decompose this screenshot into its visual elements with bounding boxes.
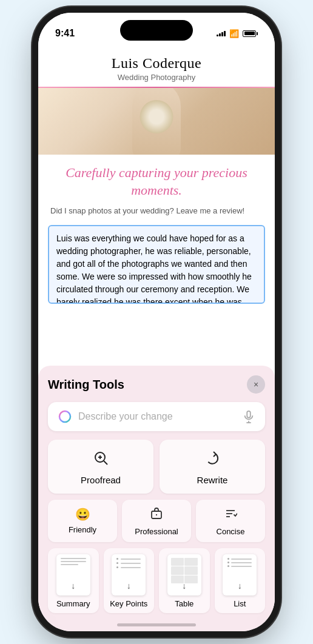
tone-row: 😀 Friendly Professional	[48, 500, 265, 542]
review-prompt: Did I snap photos at your wedding? Leave…	[38, 204, 275, 221]
friendly-button[interactable]: 😀 Friendly	[48, 500, 117, 542]
concise-label: Concise	[217, 527, 245, 536]
hero-image	[38, 88, 275, 155]
writing-tools-panel: Writing Tools × Describe your change	[38, 366, 275, 631]
battery-icon	[243, 30, 258, 37]
list-button[interactable]: ↓ List	[215, 548, 266, 613]
key-points-button[interactable]: ↓ Key Points	[104, 548, 155, 613]
summary-card: ↓	[56, 554, 90, 595]
table-card: ↓	[167, 554, 201, 595]
list-label: List	[234, 599, 246, 608]
key-points-arrow: ↓	[127, 581, 131, 591]
svg-rect-1	[247, 411, 251, 418]
professional-label: Professional	[135, 527, 178, 536]
proofread-button[interactable]: Proofread	[48, 440, 153, 494]
website-title: Luis Coderque	[50, 55, 263, 72]
rewrite-label: Rewrite	[197, 475, 228, 485]
tagline: Carefully capturing your precious moment…	[38, 155, 275, 204]
rewrite-button[interactable]: Rewrite	[160, 440, 265, 494]
describe-placeholder: Describe your change	[78, 411, 236, 422]
review-text-box[interactable]: Luis was everything we could have hoped …	[48, 225, 265, 304]
table-label: Table	[175, 599, 194, 608]
format-row: ↓ Summary ↓ Key Points	[48, 548, 265, 613]
svg-point-0	[59, 411, 70, 422]
summary-label: Summary	[56, 599, 90, 608]
close-button[interactable]: ×	[247, 375, 265, 394]
status-icons: 📶	[217, 29, 258, 38]
website-header: Luis Coderque Wedding Photography	[38, 45, 275, 87]
professional-button[interactable]: Professional	[122, 500, 191, 542]
list-card: ↓	[223, 554, 257, 595]
proofread-label: Proofread	[81, 475, 121, 485]
key-points-card: ↓	[112, 554, 146, 595]
proofread-icon	[92, 449, 109, 470]
describe-input-container[interactable]: Describe your change	[48, 402, 265, 431]
professional-icon	[150, 507, 163, 523]
signal-icon	[217, 31, 226, 36]
list-arrow: ↓	[238, 581, 242, 591]
table-button[interactable]: ↓ Table	[159, 548, 210, 613]
friendly-icon: 😀	[75, 507, 90, 522]
key-points-label: Key Points	[110, 599, 147, 608]
apple-intelligence-icon	[58, 409, 72, 424]
svg-line-5	[104, 461, 107, 465]
summary-button[interactable]: ↓ Summary	[48, 548, 99, 613]
status-time: 9:41	[55, 28, 75, 39]
microphone-icon[interactable]	[242, 410, 255, 423]
wifi-icon: 📶	[229, 29, 239, 38]
dynamic-island	[120, 20, 193, 41]
home-indicator	[117, 623, 196, 626]
website-content: Luis Coderque Wedding Photography Carefu…	[38, 45, 275, 304]
main-actions-row: Proofread Rewrite	[48, 440, 265, 494]
concise-button[interactable]: Concise	[196, 500, 265, 542]
rewrite-icon	[204, 449, 221, 470]
website-subtitle: Wedding Photography	[50, 73, 263, 82]
phone-frame: 9:41 📶 Luis Coderque Wedding Photography	[38, 13, 275, 631]
concise-icon	[224, 507, 237, 523]
writing-tools-title: Writing Tools	[48, 378, 124, 392]
summary-arrow: ↓	[71, 581, 75, 591]
writing-tools-header: Writing Tools ×	[48, 375, 265, 394]
friendly-label: Friendly	[69, 525, 96, 534]
